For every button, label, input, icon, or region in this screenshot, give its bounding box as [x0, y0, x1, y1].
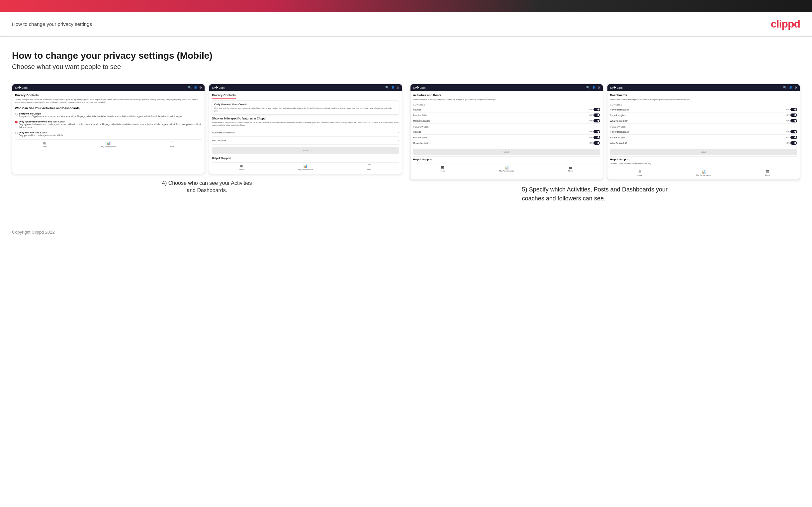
activities-label: Activities and Posts [212, 131, 235, 134]
menu-label-1: Menu [170, 146, 175, 148]
page-title: How to change your privacy settings (Mob… [12, 50, 800, 61]
back-button-3[interactable]: &#� Back [413, 86, 426, 89]
coaches-round-insights-on: ON [786, 114, 790, 116]
user-icon-4[interactable]: 👤 [789, 86, 793, 89]
bottom-nav-home-2[interactable]: ⊞ Home [239, 164, 244, 171]
radio-coach-label: Only You and Your Coach [19, 131, 63, 134]
save-button-4[interactable]: Save [610, 149, 797, 155]
coaches-player-dash-label: Player Dashboard [610, 109, 629, 111]
coaches-manual-row: Manual Activities ON [413, 118, 600, 124]
home-icon-4: ⊞ [638, 170, 641, 174]
search-icon-1[interactable]: 🔍 [188, 86, 192, 89]
back-button-4[interactable]: &#� Back [610, 86, 623, 89]
bottom-nav-perf-4[interactable]: 📊 My Performance [697, 170, 711, 176]
bottom-nav-menu-1[interactable]: ☰ Menu [170, 141, 175, 148]
save-button-3[interactable]: Save [413, 149, 600, 155]
coaches-what-work-row: What To Work On ON [610, 118, 797, 124]
radio-approved-detail: Only approved followers and coaches you … [19, 123, 202, 129]
coaches-rounds-toggle[interactable] [594, 108, 600, 111]
followers-rounds-row: Rounds ON [413, 129, 600, 135]
bottom-nav-perf-1[interactable]: 📊 My Performance [101, 141, 116, 148]
followers-round-insights-row: Round Insights ON [610, 135, 797, 140]
phone-body-4: Dashboards Select the dashboards that yo… [607, 91, 800, 179]
perf-icon-3: 📊 [504, 165, 509, 170]
bottom-nav-menu-4[interactable]: ☰ Menu [765, 170, 770, 176]
bottom-nav-menu-2[interactable]: ☰ Menu [367, 164, 372, 171]
coaches-rounds-row: Rounds ON [413, 107, 600, 112]
settings-icon-2[interactable]: ⚙ [397, 86, 399, 89]
search-icon-4[interactable]: 🔍 [783, 86, 787, 89]
followers-round-insights-on: ON [786, 136, 790, 138]
followers-player-dash-toggle[interactable] [791, 130, 797, 133]
bottom-nav-home-4[interactable]: ⊞ Home [637, 170, 642, 176]
phone-nav-bar-1: &#� Back 🔍 👤 ⚙ [12, 84, 205, 91]
bottom-nav-home-3[interactable]: ⊞ Home [440, 165, 445, 172]
radio-option-approved[interactable]: Only Approved Followers and Your Coach O… [15, 119, 202, 130]
followers-manual-label: Manual Activities [413, 142, 430, 144]
coaches-drills-toggle[interactable] [594, 113, 600, 117]
followers-manual-toggle[interactable] [594, 142, 600, 145]
phone-body-2: Privacy Controls Only You and Your Coach… [209, 91, 402, 174]
privacy-controls-tab[interactable]: Privacy Controls [212, 94, 236, 99]
coaches-what-work-label: What To Work On [610, 120, 628, 122]
radio-approved[interactable] [15, 121, 17, 123]
search-icon-2[interactable]: 🔍 [385, 86, 389, 89]
radio-coach[interactable] [15, 132, 17, 134]
coaches-what-work-toggle[interactable] [791, 119, 797, 122]
dashboards-title: Dashboards [610, 94, 797, 97]
followers-what-work-toggle[interactable] [791, 142, 797, 145]
bottom-nav-2: ⊞ Home 📊 My Performance ☰ Menu [212, 162, 399, 171]
followers-manual-row: Manual Activities ON [413, 140, 600, 146]
settings-icon-4[interactable]: ⚙ [795, 86, 797, 89]
followers-label-4: FOLLOWERS [610, 126, 797, 128]
followers-player-dash-on: ON [786, 131, 790, 133]
menu-icon-2: ☰ [368, 164, 371, 168]
bottom-nav-1: ⊞ Home 📊 My Performance ☰ Menu [15, 139, 202, 148]
dashboards-label: Dashboards [212, 139, 226, 142]
popup-text: Only you and the coaches you connect wit… [214, 107, 397, 112]
back-button-1[interactable]: &#� Back [15, 86, 28, 89]
radio-coach-detail: Only you and the coaches you connect wit… [19, 134, 63, 137]
user-icon-1[interactable]: 👤 [194, 86, 197, 89]
bottom-nav-perf-2[interactable]: 📊 My Performance [298, 164, 313, 171]
nav-icons-2: 🔍 👤 ⚙ [385, 86, 399, 89]
coaches-what-work-on: ON [786, 120, 790, 122]
copyright-text: Copyright Clippd 2022 [12, 230, 55, 235]
coaches-label-3: COACHES [413, 104, 600, 106]
bottom-nav-perf-3[interactable]: 📊 My Performance [500, 165, 514, 172]
user-icon-3[interactable]: 👤 [592, 86, 596, 89]
radio-everyone[interactable] [15, 113, 17, 115]
coaches-drills-label: Practice Drills [413, 114, 427, 116]
radio-everyone-detail: Everyone on Clippd can search for you an… [19, 115, 182, 118]
followers-drills-toggle[interactable] [594, 136, 600, 139]
coaches-manual-toggle[interactable] [594, 119, 600, 122]
coaches-player-dash-toggle[interactable] [791, 108, 797, 111]
bottom-nav-menu-3[interactable]: ☰ Menu [568, 165, 573, 172]
screenshot-pair-2: &#� Back 🔍 👤 ⚙ Activities and Posts Sele… [410, 84, 800, 180]
settings-icon-3[interactable]: ⚙ [598, 86, 600, 89]
radio-option-coach[interactable]: Only You and Your Coach Only you and the… [15, 130, 202, 138]
save-button-2[interactable]: Save [212, 147, 399, 154]
coaches-rounds-label: Rounds [413, 109, 421, 111]
user-icon-2[interactable]: 👤 [391, 86, 395, 89]
menu-dashboards[interactable]: Dashboards › [212, 137, 399, 145]
followers-drills-on: ON [590, 136, 593, 138]
followers-what-work-label: What To Work On [610, 142, 628, 144]
perf-icon-2: 📊 [303, 164, 308, 168]
followers-round-insights-toggle[interactable] [791, 136, 797, 139]
followers-drills-label: Practice Drills [413, 136, 427, 139]
followers-rounds-toggle[interactable] [594, 130, 600, 133]
perf-icon-4: 📊 [701, 170, 706, 174]
back-button-2[interactable]: &#� Back [212, 86, 224, 89]
coaches-player-dash-row: Player Dashboard ON [610, 107, 797, 112]
activities-posts-body: Select the types of activity that you'd … [413, 98, 600, 101]
radio-option-everyone[interactable]: Everyone on Clippd Everyone on Clippd ca… [15, 111, 202, 119]
privacy-controls-body-1: Control how you and your data appears to… [15, 98, 202, 104]
search-icon-3[interactable]: 🔍 [586, 86, 590, 89]
bottom-nav-home-1[interactable]: ⊞ Home [42, 141, 47, 148]
settings-icon-1[interactable]: ⚙ [199, 86, 202, 89]
menu-activities[interactable]: Activities and Posts › [212, 129, 399, 137]
header: How to change your privacy settings clip… [0, 12, 812, 37]
followers-manual-on: ON [590, 142, 593, 144]
coaches-round-insights-toggle[interactable] [791, 113, 797, 117]
